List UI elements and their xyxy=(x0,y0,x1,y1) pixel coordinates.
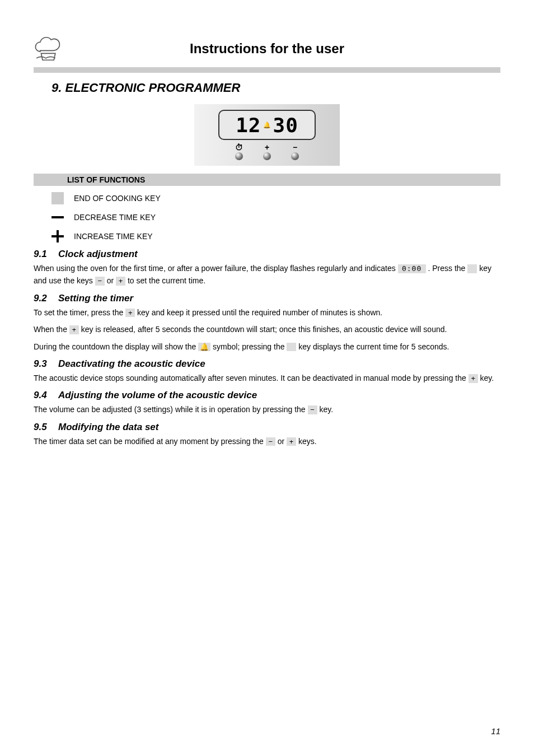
plus-key-inline: + xyxy=(116,277,125,286)
section-title: Clock adjustment xyxy=(58,249,138,259)
blank-key-icon xyxy=(467,264,477,273)
button-dot xyxy=(291,152,299,160)
section-9-2-body-3: During the countdown the display will sh… xyxy=(34,340,500,353)
section-9-4-body: The volume can be adjusted (3 settings) … xyxy=(34,403,500,416)
section-9-3-heading: 9.3Deactivating the acoustic device xyxy=(34,358,500,370)
plus-icon: + xyxy=(265,143,269,151)
clock-hours: 12 xyxy=(236,114,261,137)
section-9-1-body: When using the oven for the first time, … xyxy=(34,262,500,287)
section-number: 9.4 xyxy=(34,390,58,401)
section-9-2-body-1: To set the timer, press the + key and ke… xyxy=(34,306,500,319)
plus-key-inline: + xyxy=(69,325,79,334)
section-9-4-heading: 9.4Adjusting the volume of the acoustic … xyxy=(34,390,500,401)
chapter-number: 9. xyxy=(51,81,62,95)
programmer-panel: 12 🔔 30 ⏱ + − xyxy=(194,104,340,166)
section-title: Modifying the data set xyxy=(58,422,158,432)
section-9-2-heading: 9.2Setting the timer xyxy=(34,293,500,304)
plus-key-inline: + xyxy=(287,437,296,446)
header-divider xyxy=(34,67,500,73)
increase-button[interactable]: + xyxy=(263,143,271,160)
section-title: Deactivating the acoustic device xyxy=(58,358,205,369)
chapter-title: ELECTRONIC PROGRAMMER xyxy=(65,81,240,95)
end-cooking-key-icon xyxy=(51,192,64,204)
timer-button[interactable]: ⏱ xyxy=(235,143,243,160)
function-increase-time: INCREASE TIME KEY xyxy=(49,230,500,243)
button-dot xyxy=(235,152,243,160)
clock-minutes: 30 xyxy=(273,114,298,137)
section-number: 9.1 xyxy=(34,249,58,260)
section-9-5-heading: 9.5Modifying the data set xyxy=(34,422,500,433)
button-dot xyxy=(263,152,271,160)
section-number: 9.3 xyxy=(34,358,58,370)
timer-icon: ⏱ xyxy=(235,143,243,151)
minus-key-inline: − xyxy=(266,437,275,446)
section-9-2-body-2: When the + key is released, after 5 seco… xyxy=(34,323,500,335)
function-label: INCREASE TIME KEY xyxy=(74,232,153,241)
function-end-of-cooking: END OF COOKING KEY xyxy=(49,192,500,205)
section-number: 9.2 xyxy=(34,293,58,304)
minus-icon: − xyxy=(293,143,297,151)
functions-heading: LIST OF FUNCTIONS xyxy=(34,174,500,186)
plus-key-icon xyxy=(51,230,64,242)
blank-key-icon xyxy=(287,343,296,352)
section-9-3-body: The acoustic device stops sounding autom… xyxy=(34,372,500,384)
page-number: 11 xyxy=(491,726,500,736)
bell-key-inline: 🔔 xyxy=(198,343,210,352)
minus-key-icon xyxy=(51,216,64,218)
clock-display: 12 🔔 30 xyxy=(218,110,316,140)
bell-icon: 🔔 xyxy=(263,122,271,129)
section-title: Setting the timer xyxy=(58,293,133,304)
section-number: 9.5 xyxy=(34,422,58,433)
decrease-button[interactable]: − xyxy=(291,143,299,160)
plus-key-inline: + xyxy=(469,374,478,383)
page-header-title: Instructions for the user xyxy=(74,41,460,57)
plus-key-inline: + xyxy=(125,309,135,318)
section-9-1-heading: 9.1Clock adjustment xyxy=(34,249,500,260)
function-label: DECREASE TIME KEY xyxy=(74,213,156,222)
chapter-heading: 9. ELECTRONIC PROGRAMMER xyxy=(51,81,500,95)
section-title: Adjusting the volume of the acoustic dev… xyxy=(58,390,257,400)
display-value-key: 0:00 xyxy=(398,264,426,273)
chef-hat-icon xyxy=(34,34,64,64)
minus-key-inline: − xyxy=(95,277,105,286)
function-label: END OF COOKING KEY xyxy=(74,194,161,203)
minus-key-inline: − xyxy=(308,405,317,414)
function-decrease-time: DECREASE TIME KEY xyxy=(49,211,500,224)
section-9-5-body: The timer data set can be modified at an… xyxy=(34,435,500,447)
